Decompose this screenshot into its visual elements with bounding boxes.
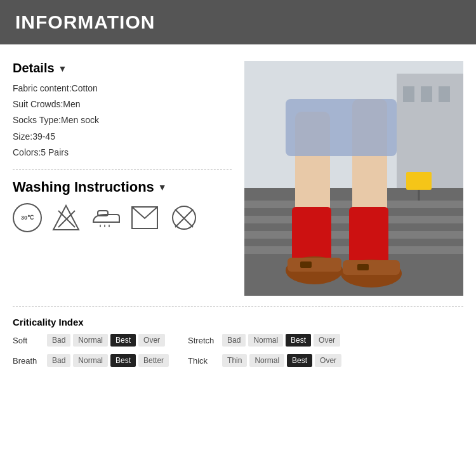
page-title: INFORMATION bbox=[15, 11, 155, 32]
svg-rect-32 bbox=[439, 86, 450, 102]
wash-icons-row: 30℃ bbox=[13, 203, 232, 232]
product-image bbox=[244, 61, 463, 296]
criticality-title: Criticality Index bbox=[13, 317, 463, 327]
details-dropdown-arrow[interactable]: ▼ bbox=[58, 63, 67, 74]
thick-tag-normal[interactable]: Normal bbox=[249, 354, 284, 367]
main-content: Details ▼ Fabric content:Cotton Suit Cro… bbox=[0, 55, 476, 302]
wash-icon-dry bbox=[129, 203, 160, 232]
stretch-tag-over[interactable]: Over bbox=[314, 334, 340, 347]
washing-section: Washing Instructions ▼ 30℃ bbox=[13, 179, 232, 232]
details-list: Fabric content:Cotton Suit Crowds:Men So… bbox=[13, 81, 232, 161]
criticality-rows: Soft Bad Normal Best Over Breath Bad Nor… bbox=[13, 334, 463, 371]
criticality-section: Criticality Index Soft Bad Normal Best O… bbox=[0, 310, 476, 383]
svg-rect-27 bbox=[300, 261, 312, 268]
thick-tag-over[interactable]: Over bbox=[315, 354, 341, 367]
svg-rect-26 bbox=[286, 99, 397, 156]
svg-rect-28 bbox=[357, 264, 369, 270]
criticality-left: Soft Bad Normal Best Over Breath Bad Nor… bbox=[13, 334, 169, 371]
left-panel: Details ▼ Fabric content:Cotton Suit Cro… bbox=[13, 61, 232, 296]
criticality-row-stretch: Stretch Bad Normal Best Over bbox=[188, 334, 341, 347]
details-label: Details bbox=[13, 61, 55, 76]
breath-tag-best[interactable]: Best bbox=[110, 354, 136, 367]
svg-rect-20 bbox=[292, 207, 331, 264]
svg-rect-31 bbox=[421, 86, 432, 102]
soft-tag-normal[interactable]: Normal bbox=[73, 334, 108, 347]
svg-rect-33 bbox=[406, 172, 432, 190]
criticality-row-breath: Breath Bad Normal Best Better bbox=[13, 354, 169, 367]
detail-suit: Suit Crowds:Men bbox=[13, 96, 232, 112]
washing-title[interactable]: Washing Instructions ▼ bbox=[13, 179, 232, 195]
soft-tag-over[interactable]: Over bbox=[138, 334, 165, 347]
thick-tag-best[interactable]: Best bbox=[287, 354, 312, 367]
detail-colors: Colors:5 Pairs bbox=[13, 145, 232, 161]
svg-rect-30 bbox=[403, 86, 414, 102]
thick-label: Thick bbox=[188, 356, 220, 366]
breath-tag-normal[interactable]: Normal bbox=[73, 354, 108, 367]
page-header: INFORMATION bbox=[0, 0, 476, 44]
detail-fabric: Fabric content:Cotton bbox=[13, 81, 232, 96]
wash-icon-no-bleach bbox=[51, 203, 81, 232]
wash-icon-iron bbox=[90, 203, 121, 232]
svg-rect-23 bbox=[288, 258, 341, 272]
stretch-tag-bad[interactable]: Bad bbox=[222, 334, 246, 347]
criticality-row-soft: Soft Bad Normal Best Over bbox=[13, 334, 169, 347]
detail-size: Size:39-45 bbox=[13, 129, 232, 145]
soft-tag-bad[interactable]: Bad bbox=[47, 334, 70, 347]
criticality-right: Stretch Bad Normal Best Over Thick Thin … bbox=[188, 334, 341, 371]
detail-type: Socks Type:Men sock bbox=[13, 112, 232, 128]
breath-label: Breath bbox=[13, 356, 44, 366]
details-section-title[interactable]: Details ▼ bbox=[13, 61, 232, 76]
divider-1 bbox=[13, 169, 232, 170]
svg-rect-25 bbox=[343, 260, 400, 275]
criticality-row-thick: Thick Thin Normal Best Over bbox=[188, 354, 341, 367]
wash-icon-no-dry-clean bbox=[169, 203, 199, 232]
svg-rect-21 bbox=[349, 207, 388, 264]
wash-icon-temperature: 30℃ bbox=[13, 203, 42, 232]
stretch-tag-normal[interactable]: Normal bbox=[248, 334, 283, 347]
divider-2 bbox=[13, 306, 463, 307]
stretch-tag-best[interactable]: Best bbox=[286, 334, 311, 347]
right-panel bbox=[244, 61, 463, 296]
washing-label: Washing Instructions bbox=[13, 179, 154, 195]
thick-tag-thin[interactable]: Thin bbox=[222, 354, 247, 367]
soft-label: Soft bbox=[13, 336, 44, 345]
soft-tag-best[interactable]: Best bbox=[110, 334, 136, 347]
breath-tag-better[interactable]: Better bbox=[138, 354, 169, 367]
washing-dropdown-arrow[interactable]: ▼ bbox=[158, 182, 167, 192]
stretch-label: Stretch bbox=[188, 336, 220, 345]
breath-tag-bad[interactable]: Bad bbox=[47, 354, 70, 367]
